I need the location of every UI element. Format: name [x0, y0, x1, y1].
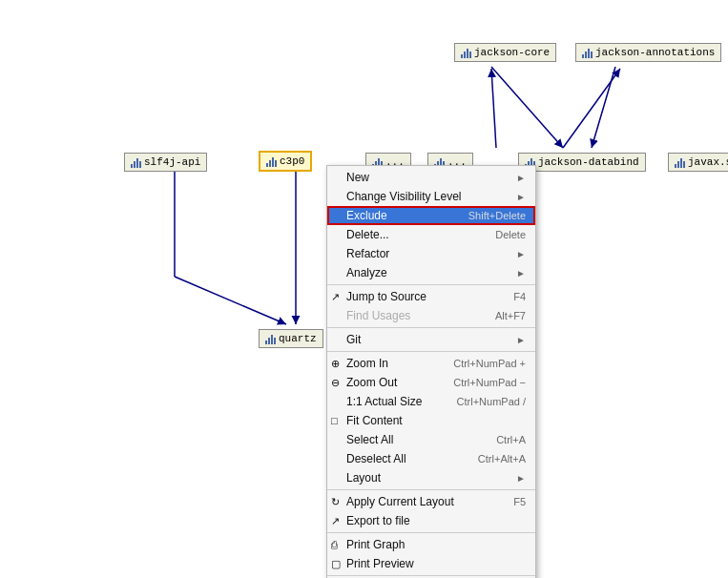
- menu-item-delete[interactable]: Delete... Delete: [327, 225, 535, 244]
- menu-item-jump-to-source[interactable]: ↗ Jump to Source F4: [327, 287, 535, 306]
- menu-shortcut-exclude: Shift+Delete: [468, 210, 526, 221]
- node-label-quartz: quartz: [279, 333, 317, 344]
- context-menu: New ► Change Visibility Level ► Exclude …: [326, 165, 536, 578]
- menu-arrow-refactor: ►: [516, 249, 526, 259]
- menu-item-zoom-in[interactable]: ⊕ Zoom In Ctrl+NumPad +: [327, 354, 535, 373]
- bar-icon-quartz: [265, 333, 276, 344]
- menu-sep-2: [327, 327, 535, 328]
- menu-item-actual-size[interactable]: 1:1 Actual Size Ctrl+NumPad /: [327, 392, 535, 411]
- menu-shortcut-select-all: Ctrl+A: [496, 434, 526, 445]
- menu-shortcut-jump: F4: [513, 291, 526, 302]
- svg-line-0: [491, 67, 563, 148]
- menu-shortcut-deselect: Ctrl+Alt+A: [478, 453, 526, 464]
- menu-label-git: Git: [346, 333, 361, 346]
- menu-item-layout[interactable]: Layout ►: [327, 468, 535, 487]
- menu-item-find-usages[interactable]: Find Usages Alt+F7: [327, 306, 535, 325]
- node-jackson-annotations[interactable]: jackson-annotations: [575, 43, 721, 62]
- menu-sep-1: [327, 284, 535, 285]
- menu-label-zoom-out: Zoom Out: [346, 376, 397, 389]
- zoom-in-icon: ⊕: [331, 358, 340, 370]
- menu-sep-3: [327, 351, 535, 352]
- bar-icon-jcore: [461, 47, 471, 58]
- node-label-jackson-databind: jackson-databind: [538, 156, 639, 168]
- menu-item-exclude[interactable]: Exclude Shift+Delete: [327, 206, 535, 225]
- bar-icon-c3p0: [266, 155, 277, 167]
- menu-label-delete: Delete...: [346, 228, 389, 241]
- menu-shortcut-zoom-out: Ctrl+NumPad −: [453, 377, 526, 388]
- menu-sep-6: [327, 575, 535, 576]
- jump-icon: ↗: [331, 291, 340, 303]
- menu-label-print-preview: Print Preview: [346, 557, 414, 570]
- menu-item-refactor[interactable]: Refactor ►: [327, 244, 535, 263]
- node-quartz[interactable]: quartz: [259, 329, 323, 348]
- menu-item-zoom-out[interactable]: ⊖ Zoom Out Ctrl+NumPad −: [327, 373, 535, 392]
- menu-label-jump: Jump to Source: [346, 290, 426, 303]
- node-javax-se[interactable]: javax.se: [668, 153, 728, 172]
- fit-icon: □: [331, 415, 338, 426]
- menu-item-git[interactable]: Git ►: [327, 330, 535, 349]
- menu-sep-5: [327, 532, 535, 533]
- menu-item-deselect-all[interactable]: Deselect All Ctrl+Alt+A: [327, 449, 535, 468]
- menu-item-apply-layout[interactable]: ↻ Apply Current Layout F5: [327, 492, 535, 511]
- menu-item-fit-content[interactable]: □ Fit Content: [327, 411, 535, 430]
- menu-label-zoom-in: Zoom In: [346, 357, 388, 370]
- node-jackson-databind[interactable]: jackson-databind: [518, 153, 646, 172]
- menu-shortcut-apply: F5: [513, 496, 526, 507]
- menu-shortcut-delete: Delete: [495, 229, 526, 240]
- menu-arrow-new: ►: [516, 173, 526, 183]
- node-label-c3p0: c3p0: [280, 155, 304, 167]
- menu-item-analyze[interactable]: Analyze ►: [327, 263, 535, 282]
- menu-label-new: New: [346, 171, 369, 184]
- menu-item-change-visibility[interactable]: Change Visibility Level ►: [327, 187, 535, 206]
- node-slf4j-api[interactable]: slf4j-api: [124, 153, 207, 172]
- menu-arrow-visibility: ►: [516, 192, 526, 202]
- menu-label-print-graph: Print Graph: [346, 538, 405, 551]
- svg-line-6: [563, 69, 620, 148]
- export-icon: ↗: [331, 515, 340, 527]
- menu-label-apply: Apply Current Layout: [346, 495, 454, 508]
- menu-arrow-analyze: ►: [516, 268, 526, 279]
- menu-item-new[interactable]: New ►: [327, 168, 535, 187]
- node-label-slf4j: slf4j-api: [144, 156, 200, 168]
- svg-line-3: [175, 277, 286, 324]
- menu-item-select-all[interactable]: Select All Ctrl+A: [327, 430, 535, 449]
- menu-shortcut-actual: Ctrl+NumPad /: [457, 396, 526, 407]
- menu-label-analyze: Analyze: [346, 266, 387, 279]
- zoom-out-icon: ⊖: [331, 377, 340, 389]
- menu-shortcut-find: Alt+F7: [495, 310, 526, 321]
- node-jackson-core[interactable]: jackson-core: [454, 43, 556, 62]
- svg-line-1: [592, 67, 615, 148]
- preview-icon: ▢: [331, 558, 341, 570]
- diagram-canvas: slf4j-api c3p0 ... ... jackson-databind …: [0, 0, 728, 578]
- node-label-javax: javax.se: [688, 156, 728, 168]
- bar-icon-slf4j: [131, 156, 141, 168]
- node-c3p0[interactable]: c3p0: [259, 151, 312, 172]
- menu-label-change-visibility: Change Visibility Level: [346, 190, 462, 203]
- menu-label-select-all: Select All: [346, 433, 393, 446]
- print-icon: ⎙: [331, 539, 338, 550]
- menu-label-exclude: Exclude: [346, 209, 387, 222]
- bar-icon-jann: [582, 47, 593, 58]
- menu-arrow-layout: ►: [516, 473, 526, 484]
- bar-icon-javax: [675, 156, 685, 168]
- node-label-jackson-core: jackson-core: [474, 47, 550, 58]
- menu-sep-4: [327, 489, 535, 490]
- menu-item-export[interactable]: ↗ Export to file: [327, 511, 535, 530]
- menu-shortcut-zoom-in: Ctrl+NumPad +: [453, 358, 526, 369]
- node-label-jackson-annotations: jackson-annotations: [595, 47, 715, 58]
- apply-icon: ↻: [331, 496, 340, 508]
- menu-item-print-preview[interactable]: ▢ Print Preview: [327, 554, 535, 573]
- menu-label-find: Find Usages: [346, 309, 410, 322]
- menu-arrow-git: ►: [516, 335, 526, 345]
- menu-label-deselect: Deselect All: [346, 452, 406, 465]
- menu-item-print-graph[interactable]: ⎙ Print Graph: [327, 535, 535, 554]
- svg-line-5: [491, 69, 496, 148]
- menu-label-export: Export to file: [346, 514, 410, 527]
- menu-label-actual: 1:1 Actual Size: [346, 395, 422, 408]
- menu-label-layout: Layout: [346, 471, 381, 485]
- menu-label-fit: Fit Content: [346, 414, 403, 427]
- menu-label-refactor: Refactor: [346, 247, 389, 260]
